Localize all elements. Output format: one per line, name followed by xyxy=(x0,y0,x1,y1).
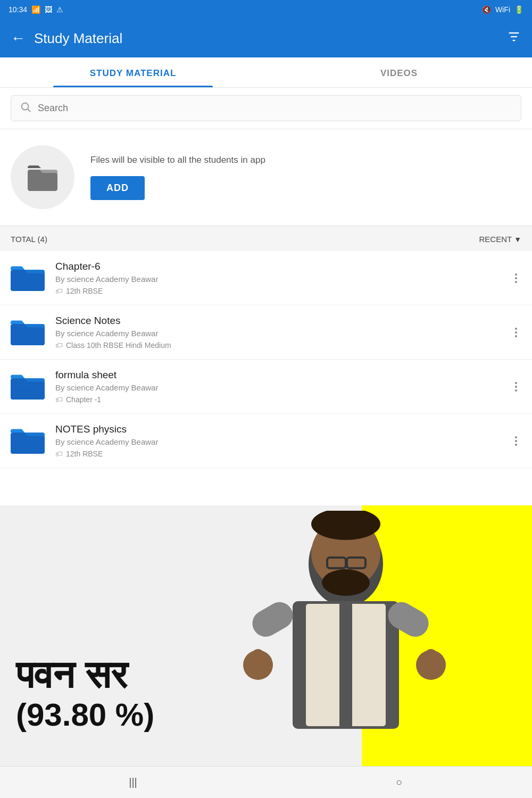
items-list: Chapter-6 By science Academy Beawar 🏷 12… xyxy=(0,251,532,468)
svg-rect-23 xyxy=(339,604,352,726)
add-area-info-text: Files will be visible to all the student… xyxy=(90,155,265,165)
menu-dot xyxy=(515,277,517,279)
tab-study-material[interactable]: STUDY MATERIAL xyxy=(0,57,266,87)
item-menu-button[interactable] xyxy=(511,323,521,342)
folder-icon xyxy=(11,426,45,456)
app-bar: ← Study Material xyxy=(0,19,532,57)
item-tag: 🏷 Chapter -1 xyxy=(55,395,511,404)
item-tag: 🏷 12th RBSE xyxy=(55,287,511,295)
tag-label: Class 10th RBSE Hindi Medium xyxy=(66,341,171,350)
menu-dot xyxy=(515,382,517,384)
promo-text-block: पवन सर (93.80 %) xyxy=(16,654,154,734)
promo-hindi-text: पवन सर xyxy=(16,654,154,696)
gallery-icon: 🖼 xyxy=(45,5,52,14)
tab-videos[interactable]: VIDEOS xyxy=(266,57,532,87)
item-title: Science Notes xyxy=(55,315,511,327)
menu-dot xyxy=(515,440,517,442)
svg-line-4 xyxy=(28,109,30,112)
folder-icon xyxy=(11,372,45,402)
add-area-right: Files will be visible to all the student… xyxy=(90,155,265,200)
nav-home-button[interactable]: ○ xyxy=(383,772,415,793)
item-menu-button[interactable] xyxy=(511,269,521,287)
tag-icon: 🏷 xyxy=(55,395,63,404)
list-item[interactable]: Science Notes By science Academy Beawar … xyxy=(0,305,532,360)
search-box[interactable] xyxy=(11,95,521,121)
item-title: Chapter-6 xyxy=(55,261,511,272)
menu-dot xyxy=(515,328,517,330)
tag-icon: 🏷 xyxy=(55,450,63,458)
folder-icon xyxy=(11,318,45,347)
svg-rect-29 xyxy=(425,649,437,668)
item-content: NOTES physics By science Academy Beawar … xyxy=(55,423,511,458)
alert-icon: ⚠ xyxy=(56,5,63,14)
item-by: By science Academy Beawar xyxy=(55,275,511,284)
item-menu-button[interactable] xyxy=(511,432,521,450)
bottom-nav: ||| ○ xyxy=(0,766,532,798)
svg-rect-13 xyxy=(15,438,40,440)
menu-dot xyxy=(515,386,517,388)
svg-rect-11 xyxy=(15,384,40,386)
promo-area: पवन सर (93.80 %) xyxy=(0,505,532,766)
recent-label: RECENT xyxy=(479,235,512,244)
sim-icon: 📶 xyxy=(31,5,40,14)
item-content: Chapter-6 By science Academy Beawar 🏷 12… xyxy=(55,261,511,295)
item-tag: 🏷 12th RBSE xyxy=(55,450,511,458)
tag-icon: 🏷 xyxy=(55,341,63,350)
folder-large-icon xyxy=(11,145,74,209)
tag-icon: 🏷 xyxy=(55,287,63,295)
menu-dot xyxy=(515,331,517,334)
status-left: 10:34 📶 🖼 ⚠ xyxy=(9,5,63,14)
search-icon xyxy=(20,101,31,115)
item-menu-button[interactable] xyxy=(511,378,521,396)
status-bar: 10:34 📶 🖼 ⚠ 🔇 WiFi 🔋 xyxy=(0,0,532,19)
back-button[interactable]: ← xyxy=(11,30,26,47)
svg-rect-7 xyxy=(15,276,40,278)
list-item[interactable]: formula sheet By science Academy Beawar … xyxy=(0,360,532,414)
item-by: By science Academy Beawar xyxy=(55,437,511,446)
item-by: By science Academy Beawar xyxy=(55,329,511,338)
status-right: 🔇 WiFi 🔋 xyxy=(482,5,523,14)
tag-label: 12th RBSE xyxy=(66,450,103,458)
person-image xyxy=(207,511,500,766)
menu-dot xyxy=(515,273,517,276)
item-content: formula sheet By science Academy Beawar … xyxy=(55,369,511,404)
add-area: Files will be visible to all the student… xyxy=(0,129,532,227)
menu-dot xyxy=(515,436,517,438)
tabs-container: STUDY MATERIAL VIDEOS xyxy=(0,57,532,88)
menu-dot xyxy=(515,281,517,283)
list-item[interactable]: NOTES physics By science Academy Beawar … xyxy=(0,414,532,468)
add-button[interactable]: ADD xyxy=(90,176,145,200)
wifi-icon: WiFi xyxy=(495,5,510,14)
item-by: By science Academy Beawar xyxy=(55,383,511,392)
battery-icon: 🔋 xyxy=(514,5,523,14)
menu-dot xyxy=(515,389,517,392)
total-label: TOTAL (4) xyxy=(11,235,47,244)
list-item[interactable]: Chapter-6 By science Academy Beawar 🏷 12… xyxy=(0,251,532,305)
svg-point-3 xyxy=(22,103,29,110)
item-content: Science Notes By science Academy Beawar … xyxy=(55,315,511,350)
tag-label: Chapter -1 xyxy=(66,395,101,404)
mute-icon: 🔇 xyxy=(482,5,491,14)
status-time: 10:34 xyxy=(9,5,27,14)
menu-dot xyxy=(515,444,517,446)
search-container xyxy=(0,88,532,129)
filter-button[interactable] xyxy=(506,29,521,48)
item-title: NOTES physics xyxy=(55,423,511,435)
folder-icon xyxy=(11,263,45,293)
menu-dot xyxy=(515,335,517,337)
tag-label: 12th RBSE xyxy=(66,287,103,295)
chevron-down-icon: ▼ xyxy=(514,235,521,244)
app-bar-title: Study Material xyxy=(34,30,506,47)
search-input[interactable] xyxy=(38,103,512,114)
item-title: formula sheet xyxy=(55,369,511,381)
item-tag: 🏷 Class 10th RBSE Hindi Medium xyxy=(55,341,511,350)
promo-percent-text: (93.80 %) xyxy=(16,696,154,734)
nav-back-button[interactable]: ||| xyxy=(117,772,149,793)
total-bar: TOTAL (4) RECENT ▼ xyxy=(0,227,532,251)
svg-rect-27 xyxy=(252,649,264,668)
svg-rect-24 xyxy=(247,597,297,642)
svg-rect-9 xyxy=(15,330,40,332)
svg-point-20 xyxy=(322,569,370,596)
recent-sort-button[interactable]: RECENT ▼ xyxy=(479,235,521,244)
